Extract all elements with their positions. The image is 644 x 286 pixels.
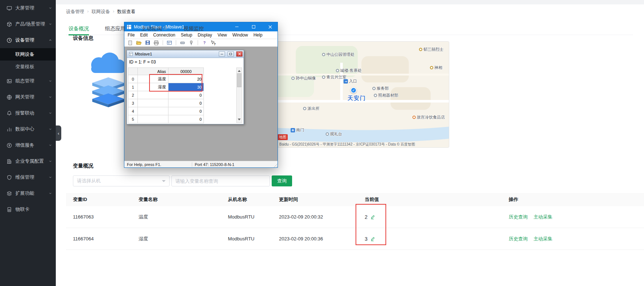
alias-cell[interactable]: [138, 115, 168, 123]
sidebar-item-gateway-management[interactable]: 网关管理: [0, 89, 56, 105]
minimize-button[interactable]: [229, 22, 244, 31]
tab-active-polling[interactable]: 主动轮询: [141, 26, 167, 35]
sidebar-item-extensions[interactable]: 扩展功能: [0, 185, 56, 201]
map-poi-label: 神相: [430, 65, 442, 70]
tab-video-monitoring[interactable]: 视频监控: [183, 26, 204, 35]
map-poi-label: 观礼台: [326, 131, 342, 137]
grid-header-value[interactable]: 00000: [168, 68, 204, 75]
menu-window[interactable]: Window: [232, 32, 248, 38]
modbus-slave-window[interactable]: Modbus Slave - Mbslave1 File Edit Connec…: [124, 22, 278, 168]
poi-icon: [372, 87, 376, 90]
value-cell[interactable]: 0: [168, 91, 204, 99]
active-collect-link[interactable]: 主动采集: [534, 236, 552, 242]
help-button[interactable]: ?: [201, 40, 207, 46]
open-file-button[interactable]: [136, 40, 142, 46]
scroll-down-button[interactable]: [237, 117, 242, 123]
print-button[interactable]: [153, 40, 159, 46]
close-button[interactable]: [263, 22, 278, 31]
data-center-icon: [7, 127, 12, 132]
scroll-thumb[interactable]: [237, 73, 241, 87]
sidebar-item-maintenance-management[interactable]: 维保管理: [0, 169, 56, 185]
save-button[interactable]: [144, 40, 151, 46]
value-cell[interactable]: 0: [168, 115, 204, 123]
new-file-button[interactable]: [127, 40, 133, 46]
context-help-icon: ?: [210, 40, 216, 46]
sidebar-item-iot-card[interactable]: 物联卡: [0, 201, 56, 217]
child-body: ID = 1: F = 03 Alias 00000 0 温度 20: [127, 58, 243, 124]
child-maximize-button[interactable]: [228, 51, 234, 57]
tab-bar: 设备概况 组态应用 主动轮询 视频监控: [69, 26, 204, 35]
sidebar-subitem-networked-devices[interactable]: 联网设备: [0, 48, 56, 61]
value-cell-selected[interactable]: 30: [168, 83, 204, 91]
query-button[interactable]: 查询: [272, 175, 292, 186]
update-time: 2023-02-09 20:00:32: [279, 214, 365, 220]
connection-setup-button[interactable]: [179, 40, 186, 46]
child-minimize-button[interactable]: [219, 51, 225, 57]
active-collect-link[interactable]: 主动采集: [534, 214, 552, 220]
product-icon: [7, 22, 12, 27]
disconnect-button[interactable]: [188, 40, 194, 46]
col-slave-name: 从机名称: [228, 196, 279, 203]
row-number: 0: [128, 75, 138, 83]
variable-search-input[interactable]: [171, 175, 270, 186]
enterprise-icon: [7, 159, 12, 164]
alarm-bell-icon: [7, 111, 12, 116]
mbslave1-child-window[interactable]: Mbslave1 ID = 1: F = 03 Alias 00000: [127, 50, 244, 124]
display-setup-button[interactable]: [166, 40, 172, 46]
map-poi-label: 故宫冷饮食品店: [412, 115, 445, 120]
sidebar-item-enterprise-config[interactable]: 企业专属配置: [0, 153, 56, 169]
child-titlebar[interactable]: Mbslave1: [127, 50, 244, 58]
sidebar-item-scada-management[interactable]: 组态管理: [0, 73, 56, 89]
child-close-button[interactable]: [236, 51, 243, 57]
history-query-link[interactable]: 历史查询: [509, 214, 528, 220]
value-cell[interactable]: 20: [168, 75, 204, 83]
sidebar-item-product-management[interactable]: 产品/场景管理: [0, 16, 56, 32]
value-cell[interactable]: 0: [168, 99, 204, 107]
value-cell[interactable]: 0: [168, 107, 204, 115]
variable-name: 湿度: [139, 236, 228, 242]
slave-select[interactable]: 请选择从机: [73, 175, 170, 186]
sidebar-item-data-center[interactable]: 数据中心: [0, 121, 56, 137]
chevron-down-icon: [49, 143, 52, 147]
menu-help[interactable]: Help: [253, 32, 263, 38]
layers-icon: [7, 191, 12, 196]
breadcrumb-item[interactable]: 设备管理: [66, 9, 84, 15]
sidebar-item-label: 物联卡: [15, 206, 30, 213]
maximize-button[interactable]: [246, 22, 261, 31]
tab-device-overview[interactable]: 设备概况: [69, 26, 89, 35]
alias-cell[interactable]: [138, 99, 168, 107]
sidebar-item-label: 产品/场景管理: [15, 21, 45, 27]
print-icon: [154, 40, 159, 46]
map-selected-pin[interactable]: ✓: [350, 87, 357, 93]
context-help-button[interactable]: ?: [210, 40, 216, 46]
grid-scrollbar[interactable]: [236, 67, 242, 123]
top-strip: [56, 0, 644, 4]
alias-cell[interactable]: 湿度: [138, 83, 168, 91]
sidebar-item-alarm-linkage[interactable]: 报警联动: [0, 105, 56, 121]
menu-view[interactable]: View: [217, 32, 227, 38]
sidebar-item-device-management[interactable]: 设备管理: [0, 32, 56, 48]
alias-cell[interactable]: [138, 91, 168, 99]
current-value-cell: 3: [365, 236, 509, 242]
breadcrumb-item[interactable]: 联网设备: [92, 9, 110, 15]
scroll-up-button[interactable]: [237, 68, 242, 73]
alias-cell[interactable]: 温度: [138, 75, 168, 83]
toolbar-separator: [198, 40, 198, 45]
sidebar-item-screen-management[interactable]: 大屏管理: [0, 0, 56, 16]
grid-header-alias[interactable]: Alias: [138, 68, 168, 75]
sidebar-item-value-added-services[interactable]: 增值服务: [0, 137, 56, 153]
slave-name: ModbusRTU: [228, 236, 279, 241]
sidebar-collapse-button[interactable]: ‹: [56, 125, 61, 141]
poi-icon: [336, 69, 339, 72]
tab-scada-app[interactable]: 组态应用: [105, 26, 125, 35]
alias-cell[interactable]: [138, 107, 168, 115]
breadcrumb-separator-icon: ›: [113, 9, 114, 15]
sidebar-subitem-variable-templates[interactable]: 变量模板: [0, 61, 56, 73]
map-type-badge[interactable]: 地图: [278, 134, 288, 140]
edit-value-icon[interactable]: [370, 236, 375, 241]
display-grid-icon: [167, 40, 172, 46]
history-query-link[interactable]: 历史查询: [509, 236, 528, 242]
tab-label: 设备概况: [69, 26, 89, 32]
edit-value-icon[interactable]: [370, 214, 375, 220]
map-poi-label: 派出所: [303, 106, 319, 111]
